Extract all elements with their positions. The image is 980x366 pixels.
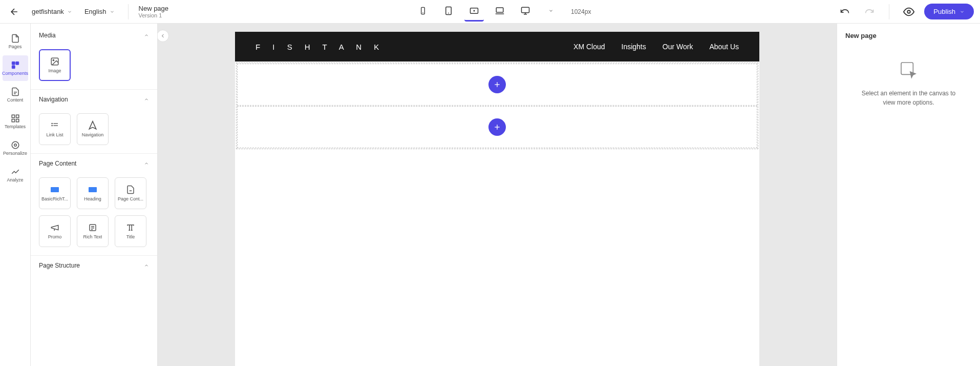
right-empty-state: Select an element in the canvas to view … [845, 60, 972, 107]
section-page-structure: Page Structure [31, 256, 157, 273]
laptop-icon [494, 6, 505, 15]
placeholder-zone[interactable] [236, 63, 758, 149]
component-page-content[interactable]: Page Cont... [115, 177, 146, 209]
component-label: Heading [84, 196, 101, 201]
arrow-left-icon [9, 7, 19, 17]
tablet-landscape-icon [468, 6, 480, 15]
heading-icon [87, 185, 98, 194]
page-version: Version 1 [139, 12, 169, 18]
content-icon [11, 87, 20, 96]
placeholder-row[interactable] [237, 106, 757, 148]
component-link-list[interactable]: Link List [39, 113, 71, 145]
chevron-down-icon [960, 9, 965, 14]
device-tablet-landscape-button[interactable] [464, 2, 484, 22]
component-label: Rich Text [83, 234, 102, 239]
section-title: Media [39, 32, 56, 39]
top-bar: getfishtank English New page Version 1 [0, 0, 980, 24]
site-header: F I S H T A N K XM Cloud Insights Our Wo… [235, 32, 759, 62]
mobile-icon [419, 6, 427, 16]
rail-label: Pages [9, 44, 22, 49]
component-rich-text[interactable]: Rich Text [77, 215, 109, 247]
component-promo[interactable]: Promo [39, 215, 71, 247]
rail-item-personalize[interactable]: Personalize [3, 135, 28, 161]
main-area: Pages Components Content Templates Perso… [0, 24, 980, 366]
add-component-button[interactable] [488, 76, 506, 93]
section-header-media[interactable]: Media [39, 32, 149, 39]
site-nav: XM Cloud Insights Our Work About Us [573, 43, 739, 51]
nav-link[interactable]: XM Cloud [573, 43, 605, 51]
svg-point-11 [908, 10, 911, 13]
device-more-button[interactable] [541, 2, 561, 22]
richtext-icon [49, 185, 60, 194]
redo-button[interactable] [860, 3, 879, 21]
rail-label: Analyze [7, 177, 23, 182]
site-dropdown[interactable]: getfishtank [29, 6, 75, 17]
right-panel-title: New page [845, 32, 972, 39]
section-grid-media: Image [31, 43, 157, 90]
personalize-icon [11, 140, 20, 150]
left-rail: Pages Components Content Templates Perso… [0, 24, 31, 366]
chevron-up-icon [144, 161, 149, 166]
chevron-up-icon [144, 97, 149, 102]
device-desktop-button[interactable] [516, 2, 535, 22]
topbar-right: Publish [836, 3, 974, 21]
rail-item-pages[interactable]: Pages [3, 29, 28, 54]
svg-point-21 [14, 144, 16, 147]
page-icon [11, 34, 20, 43]
component-title[interactable]: Title [115, 215, 146, 247]
nav-link[interactable]: Insights [622, 43, 646, 51]
right-panel: New page Select an element in the canvas… [837, 24, 980, 366]
preview-button[interactable] [900, 3, 918, 21]
section-title: Page Content [39, 160, 76, 167]
section-header-page-structure[interactable]: Page Structure [39, 262, 149, 269]
component-basic-rich-text[interactable]: BasicRichT... [39, 177, 71, 209]
language-dropdown[interactable]: English [81, 6, 118, 17]
component-label: Promo [48, 234, 62, 239]
canvas[interactable]: F I S H T A N K XM Cloud Insights Our Wo… [235, 32, 759, 366]
component-label: Image [48, 68, 61, 73]
device-mobile-button[interactable] [413, 2, 433, 22]
device-tablet-button[interactable] [439, 2, 458, 22]
placeholder-row[interactable] [237, 64, 757, 106]
divider [128, 4, 129, 19]
promo-icon [49, 223, 60, 232]
section-header-navigation[interactable]: Navigation [39, 96, 149, 103]
component-navigation[interactable]: Navigation [77, 113, 109, 145]
rail-item-templates[interactable]: Templates [3, 109, 28, 134]
component-label: Title [126, 234, 135, 239]
tablet-icon [444, 6, 453, 16]
back-button[interactable] [6, 4, 23, 20]
page-title-block: New page Version 1 [139, 5, 169, 18]
site-logo: F I S H T A N K [255, 43, 384, 51]
section-header-page-content[interactable]: Page Content [39, 160, 149, 167]
rail-item-content[interactable]: Content [3, 82, 28, 108]
rail-label: Components [2, 71, 28, 76]
templates-icon [11, 114, 20, 123]
link-list-icon [49, 121, 60, 130]
desktop-icon [520, 6, 531, 15]
section-grid-page-content: BasicRichT... Heading Page Cont... Promo [31, 171, 157, 256]
section-title: Page Structure [39, 262, 80, 269]
svg-rect-12 [12, 62, 15, 65]
component-label: Link List [46, 132, 63, 137]
chevron-left-icon [160, 33, 166, 39]
rail-item-components[interactable]: Components [3, 55, 28, 81]
publish-button[interactable]: Publish [924, 4, 974, 19]
components-panel: Media Image Navigation [31, 24, 158, 366]
nav-link[interactable]: Our Work [663, 43, 693, 51]
rail-item-analyze[interactable]: Analyze [3, 162, 28, 188]
site-name: getfishtank [32, 8, 64, 15]
title-icon [125, 223, 136, 232]
component-heading[interactable]: Heading [77, 177, 109, 209]
section-navigation: Navigation [31, 90, 157, 107]
svg-rect-13 [15, 62, 18, 65]
device-laptop-button[interactable] [490, 2, 509, 22]
nav-link[interactable]: About Us [709, 43, 739, 51]
undo-button[interactable] [836, 3, 854, 21]
add-component-button[interactable] [488, 118, 506, 136]
rail-label: Templates [5, 124, 26, 129]
section-page-content: Page Content [31, 154, 157, 171]
section-media: Media [31, 26, 157, 43]
component-image[interactable]: Image [39, 49, 71, 81]
collapse-panel-button[interactable] [158, 30, 169, 42]
